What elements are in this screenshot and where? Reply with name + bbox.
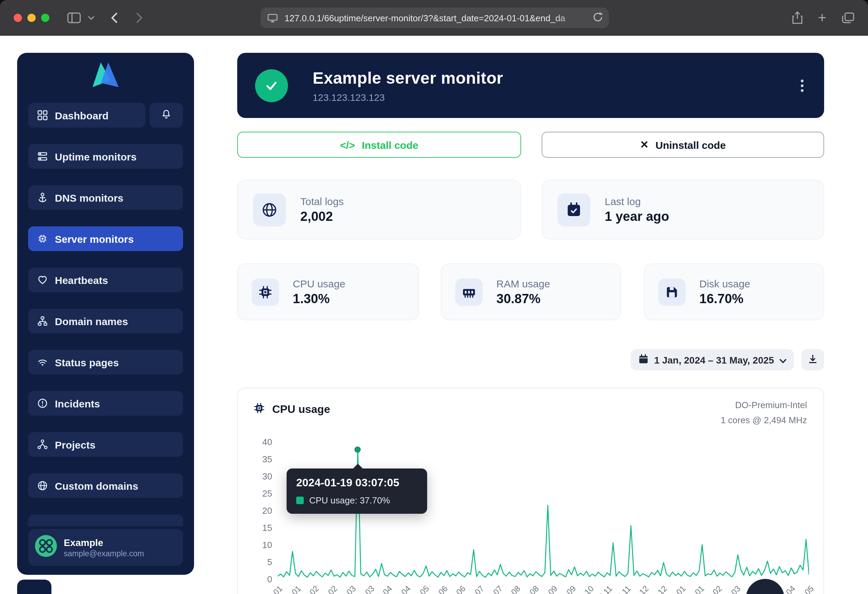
globe-icon [37,480,48,491]
monitor-icon [267,13,278,22]
cpu-icon [252,278,279,306]
status-ok-icon [255,69,288,102]
stat-label: Total logs [300,195,344,207]
y-tick-label: 0 [244,571,272,588]
cpu-icon [253,402,265,417]
new-tab-icon[interactable]: + [818,9,827,26]
server-name: DO-Premium-Intel [720,398,807,413]
sidebar-item-status-pages[interactable]: Status pages [28,350,183,374]
tab-overview-icon[interactable] [842,12,854,23]
y-tick-label: 25 [244,485,272,502]
y-tick-label: 35 [244,451,272,468]
download-icon [807,353,818,366]
user-card[interactable]: Example sample@example.com [28,529,183,566]
calendar-icon [638,353,649,366]
disk-usage-card: Disk usage 16.70% [644,263,824,320]
sidebar: Dashboard Uptime monitors [17,53,194,575]
stat-value: 1.30% [293,291,345,306]
y-tick-label: 40 [244,433,272,451]
export-download-button[interactable] [802,349,824,370]
uninstall-code-button[interactable]: ✕ Uninstall code [542,132,824,158]
sidebar-item-dns-monitors[interactable]: DNS monitors [28,185,183,210]
cpu-usage-card: CPU usage 1.30% [237,263,419,320]
zoom-window-button[interactable] [41,14,49,22]
nodes-icon [37,439,48,450]
chevron-down-icon[interactable] [88,15,94,20]
close-window-button[interactable] [14,14,22,22]
calendar-check-icon [557,193,590,226]
chevron-down-icon [779,354,787,365]
ram-usage-card: RAM usage 30.87% [441,263,621,320]
chart-tooltip: 2024-01-19 03:07:05 CPU usage: 37.70% [286,468,427,514]
stat-label: CPU usage [293,278,345,289]
y-tick-label: 15 [244,519,272,536]
stat-label: RAM usage [496,278,550,289]
kebab-menu-icon[interactable] [798,77,806,94]
close-icon: ✕ [640,139,649,151]
dashboard-icon [37,110,48,121]
stat-label: Disk usage [699,278,750,289]
stat-value: 16.70% [699,291,750,306]
sidebar-item-custom-domains[interactable]: Custom domains [28,473,183,498]
disk-icon [658,278,686,306]
chart-y-axis: 4035302520151050 [244,433,272,588]
y-tick-label: 10 [244,536,272,554]
avatar [35,535,57,560]
alert-circle-icon [37,398,48,409]
app-logo[interactable] [17,60,194,90]
date-range-picker[interactable]: 1 Jan, 2024 – 31 May, 2025 [631,349,794,370]
sidebar-nav: Dashboard Uptime monitors [28,103,183,526]
y-tick-label: 20 [244,502,272,519]
signal-icon [37,357,48,368]
share-icon[interactable] [792,11,803,24]
server-spec: 1 cores @ 2,494 MHz [720,413,807,428]
user-name: Example [64,537,144,548]
sidebar-item-dashboard[interactable]: Dashboard [28,103,145,128]
stat-value: 2,002 [300,209,344,224]
series-swatch-icon [296,496,304,504]
minimize-window-button[interactable] [27,14,35,22]
address-bar[interactable]: 127.0.0.1/66uptime/server-monitor/3?&sta… [261,7,609,28]
monitor-ip: 123.123.123.123 [313,92,503,102]
chip-icon [37,233,48,244]
sidebar-item-domain-names[interactable]: Domain names [28,309,183,333]
y-tick-label: 5 [244,554,272,571]
page-title: Example server monitor [313,68,503,87]
sidebar-item-partial[interactable] [28,514,183,526]
total-logs-card: Total logs 2,002 [237,180,521,239]
stat-value: 30.87% [496,291,550,306]
sidebar-item-heartbeats[interactable]: Heartbeats [28,267,183,292]
forward-button[interactable] [136,12,143,23]
notifications-button[interactable] [149,103,183,128]
cpu-usage-chart-card: CPU usage DO-Premium-Intel 1 cores @ 2,4… [237,387,824,594]
stat-value: 1 year ago [605,209,669,224]
status-bar-pill [17,579,52,594]
y-tick-label: 30 [244,468,272,485]
url-text: 127.0.0.1/66uptime/server-monitor/3?&sta… [285,13,565,23]
ram-icon [455,278,483,306]
tooltip-timestamp: 2024-01-19 03:07:05 [296,477,418,489]
sidebar-toggle-icon[interactable] [67,12,81,23]
user-email: sample@example.com [64,550,144,558]
sitemap-icon [37,316,48,327]
url-fade [554,7,590,28]
last-log-card: Last log 1 year ago [542,180,824,239]
heart-icon [37,274,48,285]
date-range-label: 1 Jan, 2024 – 31 May, 2025 [654,354,774,365]
sidebar-item-projects[interactable]: Projects [28,432,183,457]
bell-icon [161,109,171,121]
reload-icon[interactable] [593,12,603,25]
sidebar-item-incidents[interactable]: Incidents [28,391,183,416]
code-icon: </> [340,139,355,151]
window-controls [14,14,49,22]
chart-x-axis: 01 0118 0104 0221 0209 0326 0312 0429 04… [278,584,809,594]
browser-toolbar: 127.0.0.1/66uptime/server-monitor/3?&sta… [0,0,868,35]
install-code-button[interactable]: </> Install code [237,132,521,158]
globe-icon [253,193,286,226]
sidebar-item-uptime-monitors[interactable]: Uptime monitors [28,144,183,169]
uptime-bars-icon [37,151,48,162]
browser-window: 127.0.0.1/66uptime/server-monitor/3?&sta… [0,0,868,594]
stat-label: Last log [605,195,669,207]
back-button[interactable] [111,12,118,23]
sidebar-item-server-monitors[interactable]: Server monitors [28,226,183,251]
